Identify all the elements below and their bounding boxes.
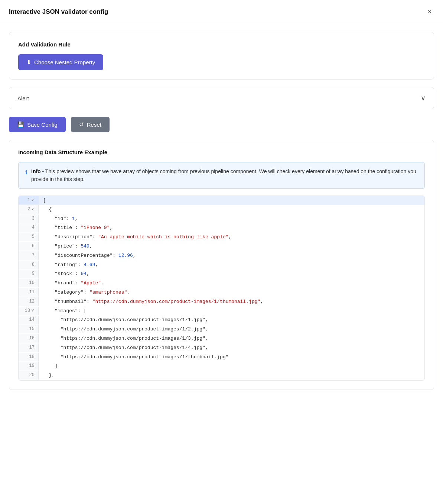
close-button[interactable]: × — [425, 7, 434, 17]
alert-section-header[interactable]: Alert ∨ — [9, 87, 434, 109]
line-number: 14 — [19, 316, 39, 324]
line-number: 19 — [19, 362, 39, 370]
info-box: ℹ Info - This preview shows that we have… — [18, 162, 425, 189]
code-line: 17 "https://cdn.dummyjson.com/product-im… — [19, 343, 424, 353]
line-number: 8 — [19, 261, 39, 269]
line-content: "thumbnail": "https://cdn.dummyjson.com/… — [39, 297, 424, 307]
line-content: "title": "iPhone 9", — [39, 223, 424, 233]
line-content: "discountPercentage": 12.96, — [39, 251, 424, 261]
line-number: 2 v — [19, 205, 39, 214]
line-content: "rating": 4.69, — [39, 261, 424, 270]
modal-header: Interactive JSON validator config × — [0, 0, 443, 23]
code-line: 5 "description": "An apple mobile which … — [19, 233, 424, 242]
data-structure-section: Incoming Data Structure Example ℹ Info -… — [9, 140, 434, 390]
data-structure-title: Incoming Data Structure Example — [18, 149, 425, 155]
code-line: 13 v "images": [ — [19, 307, 424, 316]
line-number: 4 — [19, 223, 39, 232]
code-line: 9 "stock": 94, — [19, 269, 424, 279]
line-content: "https://cdn.dummyjson.com/product-image… — [39, 353, 424, 362]
code-line: 20 }, — [19, 371, 424, 380]
alert-section: Alert ∨ — [9, 87, 434, 109]
code-line: 2 v { — [19, 205, 424, 214]
info-bold: Info — [31, 168, 41, 174]
chevron-down-icon: ∨ — [421, 94, 426, 102]
line-number: 13 v — [19, 307, 39, 315]
line-number: 20 — [19, 371, 39, 379]
save-icon: 💾 — [17, 121, 24, 128]
line-number: 7 — [19, 251, 39, 260]
modal-title: Interactive JSON validator config — [9, 8, 108, 16]
line-content: "category": "smartphones", — [39, 288, 424, 297]
line-content: [ — [39, 196, 424, 205]
code-line: 10 "brand": "Apple", — [19, 279, 424, 288]
choose-nested-property-button[interactable]: ⬇ Choose Nested Property — [18, 54, 103, 70]
code-line: 8 "rating": 4.69, — [19, 261, 424, 270]
line-content: "description": "An apple mobile which is… — [39, 233, 424, 242]
code-line: 12 "thumbnail": "https://cdn.dummyjson.c… — [19, 297, 424, 307]
line-content: { — [39, 205, 424, 214]
action-buttons-row: 💾 Save Config ↺ Reset — [9, 117, 434, 132]
line-number: 5 — [19, 233, 39, 241]
code-line: 19 ] — [19, 362, 424, 371]
code-line: 4 "title": "iPhone 9", — [19, 223, 424, 233]
line-content: "images": [ — [39, 307, 424, 316]
choose-nested-button-label: Choose Nested Property — [34, 59, 95, 65]
code-line: 1 v[ — [19, 196, 424, 205]
alert-label: Alert — [17, 95, 29, 101]
save-config-button[interactable]: 💾 Save Config — [9, 117, 66, 132]
line-number: 12 — [19, 297, 39, 306]
line-number: 18 — [19, 353, 39, 361]
code-line: 11 "category": "smartphones", — [19, 288, 424, 297]
line-number: 1 v — [19, 196, 39, 204]
info-text: Info - This preview shows that we have a… — [31, 168, 418, 183]
line-content: "https://cdn.dummyjson.com/product-image… — [39, 334, 424, 343]
reset-label: Reset — [87, 122, 101, 128]
add-validation-title: Add Validation Rule — [18, 41, 425, 48]
line-number: 6 — [19, 242, 39, 251]
info-rest: - This preview shows that we have array … — [31, 168, 416, 182]
reset-icon: ↺ — [79, 121, 84, 128]
line-content: }, — [39, 371, 424, 380]
line-content: "price": 549, — [39, 242, 424, 251]
line-content: "https://cdn.dummyjson.com/product-image… — [39, 325, 424, 334]
code-block: 1 v[2 v {3 "id": 1,4 "title": "iPhone 9"… — [18, 196, 425, 381]
line-number: 15 — [19, 325, 39, 333]
code-line: 14 "https://cdn.dummyjson.com/product-im… — [19, 316, 424, 325]
line-number: 16 — [19, 334, 39, 343]
download-icon: ⬇ — [26, 59, 31, 66]
line-content: "id": 1, — [39, 214, 424, 224]
line-number: 3 — [19, 214, 39, 223]
line-content: "brand": "Apple", — [39, 279, 424, 288]
line-number: 9 — [19, 269, 39, 278]
line-number: 11 — [19, 288, 39, 297]
code-line: 18 "https://cdn.dummyjson.com/product-im… — [19, 353, 424, 362]
line-content: "https://cdn.dummyjson.com/product-image… — [39, 316, 424, 325]
reset-button[interactable]: ↺ Reset — [71, 117, 110, 132]
line-number: 17 — [19, 343, 39, 352]
code-line: 15 "https://cdn.dummyjson.com/product-im… — [19, 325, 424, 334]
line-content: "stock": 94, — [39, 269, 424, 279]
modal-body: Add Validation Rule ⬇ Choose Nested Prop… — [0, 23, 443, 399]
line-content: ] — [39, 362, 424, 371]
add-validation-section: Add Validation Rule ⬇ Choose Nested Prop… — [9, 32, 434, 80]
save-config-label: Save Config — [27, 122, 58, 128]
info-icon: ℹ — [25, 168, 27, 177]
code-line: 7 "discountPercentage": 12.96, — [19, 251, 424, 261]
code-line: 16 "https://cdn.dummyjson.com/product-im… — [19, 334, 424, 343]
code-line: 3 "id": 1, — [19, 214, 424, 224]
line-number: 10 — [19, 279, 39, 287]
line-content: "https://cdn.dummyjson.com/product-image… — [39, 343, 424, 353]
code-line: 6 "price": 549, — [19, 242, 424, 251]
